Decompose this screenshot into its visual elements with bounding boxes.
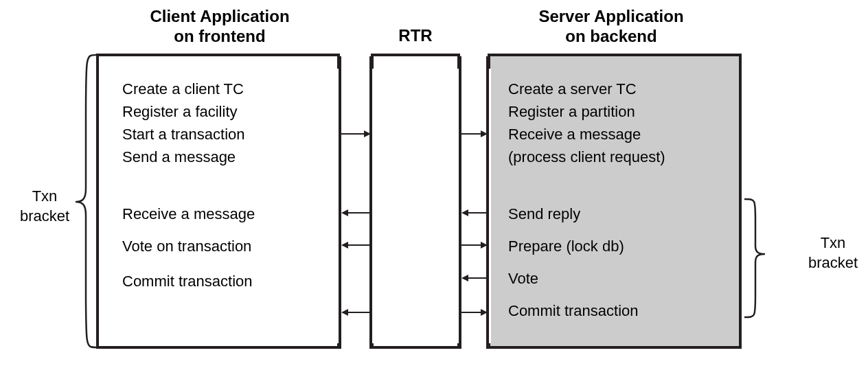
svg-marker-20: [341, 242, 348, 249]
server-step-create-tc: Create a server TC: [508, 78, 665, 100]
server-steps: Create a server TC Register a partition …: [508, 78, 665, 322]
rtr-box: [371, 54, 460, 349]
svg-rect-10: [457, 69, 491, 343]
server-step-vote: Vote: [508, 267, 665, 290]
svg-marker-28: [481, 242, 488, 249]
svg-rect-3: [457, 129, 491, 335]
txn-right-line2: bracket: [802, 253, 864, 273]
svg-marker-30: [461, 275, 468, 281]
server-step-receive-message: Receive a message: [508, 123, 665, 146]
client-title: Client Application on frontend: [103, 7, 336, 47]
rtr-title: RTR: [371, 26, 460, 46]
server-step-send-reply: Send reply: [508, 203, 665, 225]
client-step-create-tc: Create a client TC: [122, 78, 255, 100]
client-step-send-message: Send a message: [122, 146, 255, 168]
rtr-title-text: RTR: [398, 26, 432, 45]
txn-right-line1: Txn: [802, 233, 864, 253]
txn-bracket-label-right: Txn bracket: [802, 233, 864, 273]
client-step-register-facility: Register a facility: [122, 100, 255, 123]
client-step-receive-message: Receive a message: [122, 203, 255, 225]
txn-left-line1: Txn: [14, 187, 76, 207]
client-title-line1: Client Application on frontend: [150, 7, 289, 45]
server-title: Server Application on backend: [481, 7, 742, 47]
server-step-commit: Commit transaction: [508, 299, 665, 322]
server-step-process-request: (process client request): [508, 146, 665, 168]
svg-marker-24: [481, 130, 488, 137]
svg-marker-22: [341, 309, 348, 316]
client-steps: Create a client TC Register a facility S…: [122, 78, 255, 292]
svg-marker-32: [481, 309, 488, 316]
svg-rect-2: [336, 129, 374, 335]
server-title-text: Server Application on backend: [538, 7, 683, 45]
svg-marker-18: [341, 209, 348, 216]
txn-left-line2: bracket: [14, 207, 76, 227]
left-arrows-group: [340, 134, 371, 213]
diagram-root: Client Application on frontend RTR Serve…: [0, 0, 868, 368]
svg-marker-8: [342, 210, 348, 216]
right-brace-icon: [744, 199, 765, 317]
client-step-commit: Commit transaction: [122, 270, 255, 292]
client-step-vote: Vote on transaction: [122, 235, 255, 257]
svg-marker-26: [461, 209, 468, 216]
client-step-start-transaction: Start a transaction: [122, 123, 255, 146]
server-step-prepare: Prepare (lock db): [508, 235, 665, 257]
txn-bracket-label-left: Txn bracket: [14, 187, 76, 226]
svg-rect-9: [336, 69, 374, 343]
svg-marker-16: [364, 130, 371, 137]
server-step-register-partition: Register a partition: [508, 100, 665, 123]
left-brace-icon: [76, 55, 96, 347]
